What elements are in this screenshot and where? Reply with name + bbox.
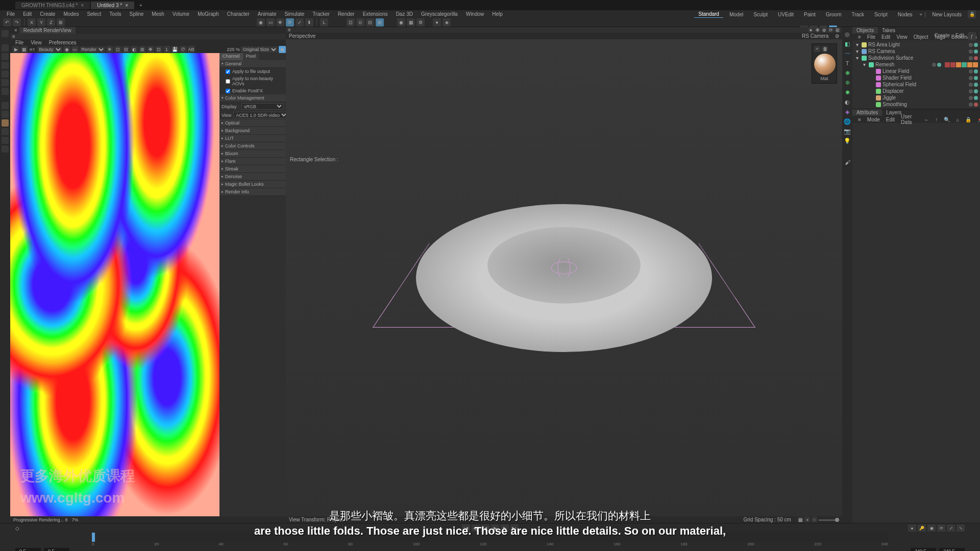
close-icon[interactable]: ×	[125, 3, 128, 8]
ab-icon[interactable]: AB	[188, 46, 195, 53]
menu-simulate[interactable]: Simulate	[281, 11, 308, 17]
save-icon[interactable]: 💾	[172, 46, 179, 53]
visibility-dots[interactable]	[969, 56, 978, 60]
key-pos-icon[interactable]: ◉	[927, 524, 936, 532]
visibility-dots[interactable]	[969, 103, 978, 107]
history-icon[interactable]: ⏱	[180, 46, 187, 53]
panel-menu-icon[interactable]: ≡	[855, 116, 864, 123]
vp-pan-icon[interactable]: ✥	[815, 27, 820, 33]
menu-create[interactable]: Create	[36, 11, 59, 17]
pixel-tab[interactable]: Pixel	[243, 53, 259, 60]
objects-tab[interactable]: Objects	[852, 27, 878, 34]
snap-edge-icon[interactable]: ⊟	[366, 18, 374, 27]
panel-menu-icon[interactable]: ≡	[288, 27, 291, 33]
region-icon[interactable]: ▭	[71, 46, 79, 53]
light-icon[interactable]: 💡	[843, 137, 851, 145]
menu-gsg[interactable]: Greyscalegorilla	[418, 11, 461, 17]
zoom-fit-icon[interactable]: ⊡	[155, 46, 162, 53]
tree-item[interactable]: Displacer	[853, 88, 979, 94]
render-tab[interactable]: Redshift RenderView	[19, 27, 76, 34]
model-mode-icon[interactable]	[2, 44, 9, 52]
object-tree[interactable]: ▾RS Area Light▾RS Camera▾Subdivision Sur…	[852, 40, 980, 109]
render-settings-icon[interactable]: ⚙	[416, 18, 425, 27]
create-button[interactable]: Create	[933, 32, 952, 40]
ipr-icon[interactable]: ◉	[279, 46, 286, 53]
material-slot[interactable]: +🗑 Mat	[812, 43, 837, 84]
apply-aovs-checkbox[interactable]	[226, 79, 230, 84]
file-tab[interactable]: Untitled 3 *×	[91, 2, 134, 9]
tree-item[interactable]: ▾RS Camera	[853, 48, 979, 55]
shading-a-icon[interactable]: ▦	[798, 517, 803, 522]
close-panel-icon[interactable]: ×	[12, 28, 19, 33]
section-flare[interactable]: Flare	[219, 158, 286, 165]
section-color-controls[interactable]: Color Controls	[219, 142, 286, 150]
bucket-icon[interactable]: ▦	[20, 46, 28, 53]
visibility-dots[interactable]	[969, 83, 978, 87]
pan-icon[interactable]: ✥	[147, 46, 154, 53]
menu-select[interactable]: Select	[83, 11, 105, 17]
menu-edit[interactable]: Edit	[19, 11, 35, 17]
key-scale-icon[interactable]: ⤢	[947, 524, 955, 532]
camera-icon[interactable]: 📷	[843, 127, 851, 135]
vp-layout-icon[interactable]: ⊞	[835, 27, 840, 33]
menu-help[interactable]: Help	[488, 11, 506, 17]
history-icon[interactable]: ◉	[257, 18, 265, 27]
select-icon[interactable]: ▭	[266, 18, 275, 27]
end-frame-field[interactable]: 240 F	[911, 548, 936, 551]
cube-icon[interactable]: ◧	[843, 40, 851, 48]
visibility-dots[interactable]	[969, 49, 978, 54]
bevel-tool-icon[interactable]	[2, 145, 9, 153]
record-icon[interactable]: ●	[908, 524, 916, 532]
attr-home-icon[interactable]: ⌂	[953, 116, 962, 123]
keyframe-icon[interactable]: ◇	[15, 525, 19, 531]
start-frame-field[interactable]: 0 F	[15, 548, 41, 551]
move-icon[interactable]: ✥	[276, 18, 284, 27]
workspace-uvedit[interactable]: UVEdit	[774, 11, 798, 18]
node-editor-icon[interactable]: ◈	[443, 18, 451, 27]
field-icon[interactable]: ◈	[843, 108, 851, 116]
polygons-mode-icon[interactable]	[2, 88, 9, 95]
obj-menu-view[interactable]: View	[894, 34, 910, 40]
null-icon[interactable]: ◎	[843, 30, 851, 38]
size-select[interactable]: Original Size	[241, 46, 278, 53]
view-select[interactable]: ACES 1.0 SDR-video	[233, 112, 288, 118]
menu-daz3d[interactable]: Daz 3D	[393, 11, 416, 17]
section-streak[interactable]: Streak	[219, 165, 286, 173]
file-tab[interactable]: GROWTH THING3.c4d *×	[15, 2, 90, 9]
axis-x-button[interactable]: X	[28, 18, 36, 27]
coord-system-button[interactable]: ⊞	[57, 18, 65, 27]
menu-spline[interactable]: Spline	[126, 11, 148, 17]
menu-character[interactable]: Character	[224, 11, 253, 17]
tree-item[interactable]: Smoothing	[853, 101, 979, 108]
mat-del-icon[interactable]: 🗑	[822, 46, 828, 52]
brush-palette-icon[interactable]: 🖌	[843, 158, 851, 166]
menu-window[interactable]: Window	[462, 11, 488, 17]
undo-icon[interactable]: ↶	[3, 18, 11, 27]
visibility-dots[interactable]	[969, 43, 978, 47]
snap-vertex-icon[interactable]: ⊙	[356, 18, 364, 27]
tree-item[interactable]: ▾Remesh	[853, 61, 979, 68]
knife-tool-icon[interactable]	[2, 128, 9, 135]
menu-tools[interactable]: Tools	[106, 11, 125, 17]
section-denoise[interactable]: Denoise	[219, 173, 286, 181]
texture-mode-icon[interactable]	[2, 53, 9, 60]
render-menu-file[interactable]: File	[12, 39, 27, 46]
add-tab-button[interactable]: +	[135, 2, 146, 9]
section-optical[interactable]: Optical	[219, 119, 286, 127]
visibility-dots[interactable]	[969, 69, 978, 73]
compare-icon[interactable]: ◐	[131, 46, 138, 53]
section-background[interactable]: Background	[219, 127, 286, 135]
viewport-camera[interactable]: RS Camera	[802, 33, 828, 39]
attr-menu-userdata[interactable]: User Data	[898, 113, 914, 126]
attributes-tab[interactable]: Attributes	[852, 109, 882, 116]
material-preview[interactable]	[814, 54, 836, 75]
visibility-dots[interactable]	[969, 89, 978, 93]
section-general[interactable]: General	[219, 60, 286, 68]
section-render-info[interactable]: Render Info	[219, 188, 286, 196]
menu-mograph[interactable]: MoGraph	[194, 11, 223, 17]
shading-c-icon[interactable]: ▫	[812, 517, 817, 522]
tree-item[interactable]: ▾Subdivision Surface	[853, 55, 979, 61]
attr-lock-icon[interactable]: 🔒	[963, 116, 974, 123]
points-mode-icon[interactable]	[2, 70, 9, 78]
search-icon[interactable]	[2, 30, 9, 37]
